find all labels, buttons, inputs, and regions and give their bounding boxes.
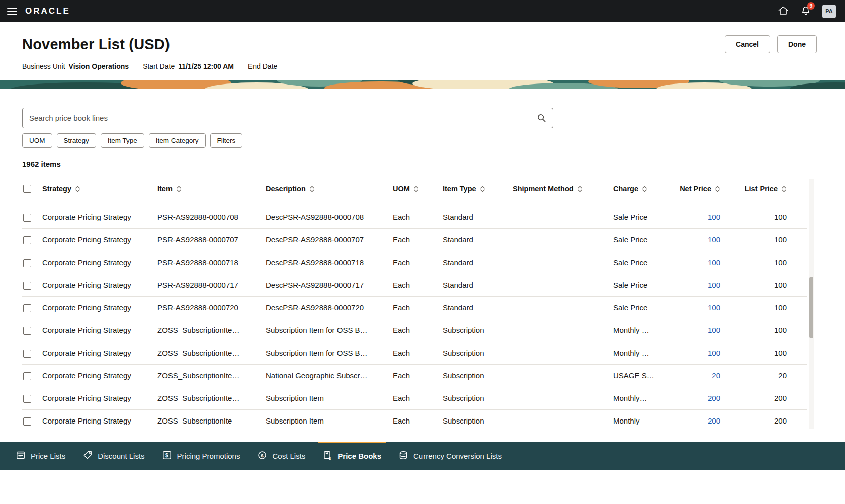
cell-charge: Monthly … [613, 342, 672, 364]
net-price-link[interactable]: 200 [708, 416, 720, 425]
row-checkbox[interactable] [23, 282, 31, 290]
cell-item: ZOSS_SubscriptionIte… [157, 342, 266, 364]
column-header-strategy[interactable]: Strategy [42, 179, 157, 199]
sort-icon [75, 186, 80, 192]
cost-lists-icon: $ [257, 450, 267, 462]
column-header-uom[interactable]: UOM [393, 179, 443, 199]
chip-item-type[interactable]: Item Type [101, 133, 144, 148]
cell-description: DescPSR-AS92888-0000707 [266, 228, 393, 251]
row-select-cell [22, 274, 42, 296]
cell-item: ZOSS_SubscriptionIte [157, 409, 266, 429]
cell-shipment-method [513, 319, 613, 342]
search-icon[interactable] [537, 113, 546, 123]
cell-net-price: 100 [672, 296, 734, 319]
row-checkbox[interactable] [23, 327, 31, 335]
cell-uom: Each [393, 296, 443, 319]
cell-net-price: 100 [672, 342, 734, 364]
column-header-shipment-method[interactable]: Shipment Method [513, 179, 613, 199]
cell-charge: Monthly … [613, 319, 672, 342]
business-unit: Business Unit Vision Operations [22, 62, 129, 70]
column-header-description[interactable]: Description [266, 179, 393, 199]
cell-item: ZOSS_SubscriptionIte… [157, 387, 266, 409]
cell-shipment-method [513, 228, 613, 251]
net-price-link[interactable]: 100 [708, 303, 720, 312]
net-price-link[interactable]: 100 [708, 349, 720, 357]
cell-item: ZOSS_SubscriptionIte… [157, 319, 266, 342]
row-checkbox[interactable] [23, 236, 31, 244]
scrollbar-thumb[interactable] [809, 277, 813, 338]
cell-net-price: 100 [672, 228, 734, 251]
cell-uom: Each [393, 387, 443, 409]
cell-strategy: Corporate Pricing Strategy [42, 296, 157, 319]
column-header-net-price[interactable]: Net Price [672, 179, 734, 199]
cell-shipment-method [513, 296, 613, 319]
column-header-charge[interactable]: Charge [613, 179, 672, 199]
avatar[interactable]: PA [822, 5, 836, 18]
net-price-link[interactable]: 200 [708, 394, 720, 402]
sort-icon [781, 186, 787, 192]
net-price-link[interactable]: 100 [708, 326, 720, 334]
nav-cost-lists[interactable]: $ Cost Lists [248, 442, 314, 470]
sort-icon [577, 186, 583, 192]
sort-icon [309, 186, 315, 192]
cell-description: Subscription Item for OSS B… [266, 319, 393, 342]
cancel-button[interactable]: Cancel [725, 35, 770, 53]
cell-charge: Sale Price [613, 206, 672, 228]
filter-chips: UOM Strategy Item Type Item Category Fil… [22, 133, 845, 148]
cell-list-price: 100 [734, 206, 807, 228]
table-row: Corporate Pricing Strategy ZOSS_Subscrip… [22, 364, 807, 387]
table-row: Corporate Pricing Strategy PSR-AS92888-0… [22, 228, 807, 251]
cell-list-price: 100 [734, 274, 807, 296]
table-scrollbar[interactable] [809, 179, 814, 429]
select-all-cell [22, 179, 42, 199]
nav-price-lists[interactable]: Price Lists [7, 442, 74, 470]
row-checkbox[interactable] [23, 214, 31, 222]
chip-item-category[interactable]: Item Category [149, 133, 206, 148]
cell-item-type: Subscription [443, 319, 513, 342]
row-select-cell [22, 364, 42, 387]
row-checkbox[interactable] [23, 350, 31, 358]
row-checkbox[interactable] [23, 304, 31, 312]
cell-description: National Geographic Subscr… [266, 364, 393, 387]
row-checkbox[interactable] [23, 372, 31, 380]
page-header: November List (USD) Cancel Done Business… [0, 22, 845, 80]
notifications-button[interactable]: 9 [800, 5, 811, 18]
cell-shipment-method [513, 364, 613, 387]
nav-price-books[interactable]: $ Price Books [314, 442, 390, 470]
chip-strategy[interactable]: Strategy [57, 133, 96, 148]
cell-list-price: 100 [734, 319, 807, 342]
row-select-cell [22, 296, 42, 319]
cell-item-type: Standard [443, 274, 513, 296]
column-header-item-type[interactable]: Item Type [443, 179, 513, 199]
net-price-link[interactable]: 100 [708, 235, 720, 244]
topbar: ORACLE 9 PA [0, 0, 845, 22]
cell-item: PSR-AS92888-0000720 [157, 296, 266, 319]
row-select-cell [22, 251, 42, 274]
chip-filters[interactable]: Filters [210, 133, 243, 148]
net-price-link[interactable]: 100 [708, 281, 720, 289]
net-price-link[interactable]: 20 [712, 371, 720, 380]
nav-discount-lists[interactable]: Discount Lists [74, 442, 153, 470]
net-price-link[interactable]: 100 [708, 258, 720, 267]
search-input[interactable] [29, 114, 537, 122]
net-price-link[interactable]: 100 [708, 213, 720, 221]
sort-icon [176, 186, 182, 192]
nav-currency-conversion-lists[interactable]: Currency Conversion Lists [390, 442, 511, 470]
chip-uom[interactable]: UOM [22, 133, 52, 148]
table-row: Corporate Pricing Strategy PSR-AS92888-0… [22, 251, 807, 274]
column-header-item[interactable]: Item [157, 179, 266, 199]
menu-icon[interactable] [7, 8, 17, 15]
home-button[interactable] [777, 5, 789, 18]
select-all-checkbox[interactable] [23, 185, 31, 193]
business-unit-value: Vision Operations [69, 62, 129, 70]
column-header-list-price[interactable]: List Price [734, 179, 807, 199]
cell-net-price: 100 [672, 319, 734, 342]
cell-net-price: 100 [672, 274, 734, 296]
row-checkbox[interactable] [23, 417, 31, 426]
done-button[interactable]: Done [777, 35, 817, 53]
cell-strategy: Corporate Pricing Strategy [42, 342, 157, 364]
row-checkbox[interactable] [23, 259, 31, 267]
cell-description: DescPSR-AS92888-0000717 [266, 274, 393, 296]
nav-pricing-promotions[interactable]: $ Pricing Promotions [153, 442, 249, 470]
row-checkbox[interactable] [23, 395, 31, 403]
